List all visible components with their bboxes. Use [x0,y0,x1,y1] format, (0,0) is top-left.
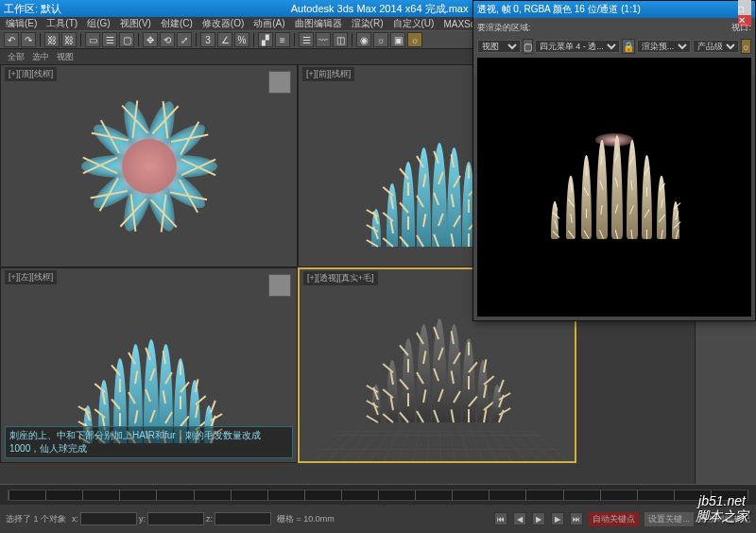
render-button-icon[interactable]: ☼ [741,39,751,54]
grid-plane [300,428,575,461]
viewport-label: [+][顶][线框] [5,67,57,81]
caption-text: 刺座的上、中和下部分别加上HAIR和fur，刺的毛发数量改成1000，仙人球完成 [5,426,293,458]
selection-status: 选择了 1 个对象 [6,513,66,525]
select-name-icon[interactable]: ☰ [102,32,117,47]
render-toolbar-1: 要渲染的区域: 视口: [473,18,755,37]
render-preset-label: 视口: [731,22,751,34]
link-icon[interactable]: ⛓ [44,32,60,47]
auto-key-button[interactable]: 自动关键点 [589,512,639,526]
menu-graph[interactable]: 曲图编辑器 [295,17,342,30]
curve-editor-icon[interactable]: 〰 [316,32,331,47]
scale-icon[interactable]: ⤢ [177,32,192,47]
select-icon[interactable]: ▭ [85,32,100,47]
menu-custom[interactable]: 自定义(U) [393,17,435,30]
render-window: 透视, 帧 0, RGBA 颜色 16 位/通道 (1:1) − □ ✕ 要渲染… [472,0,756,321]
viewcube-icon[interactable] [268,274,291,297]
menu-edit[interactable]: 编辑(E) [6,17,37,30]
render-preset-select[interactable]: 渲染预... [637,40,691,53]
timeline-track[interactable] [8,490,748,501]
move-icon[interactable]: ✥ [143,32,158,47]
menu-group[interactable]: 组(G) [87,17,110,30]
goto-end-icon[interactable]: ⏭ [570,512,583,525]
viewport-top[interactable]: [+][顶][线框] [0,64,298,267]
z-label: z: [206,514,213,524]
watermark-url: jb51.net [696,493,748,508]
render-prod-select[interactable]: 产品级 [693,40,739,53]
render-icon[interactable]: ☼ [407,32,422,47]
workspace-label: 工作区: 默认 [4,2,61,16]
x-label: x: [72,514,78,524]
menu-modifiers[interactable]: 修改器(O) [202,17,244,30]
prev-frame-icon[interactable]: ◀ [513,512,526,525]
play-icon[interactable]: ▶ [532,512,545,525]
watermark-text: 脚本之家 [696,508,748,525]
y-label: y: [139,514,146,524]
status-bar: 选择了 1 个对象 x: y: z: 栅格 = 10.0mm ⏮ ◀ ▶ ▶ ⏭… [0,505,756,533]
model-top-view [55,72,244,261]
viewport-label: [+][前][线框] [302,67,354,81]
region-icon[interactable]: ▢ [523,39,533,54]
render-frame-icon[interactable]: ▣ [390,32,405,47]
watermark: jb51.net 脚本之家 [696,493,748,525]
render-title-bar: 透视, 帧 0, RGBA 颜色 16 位/通道 (1:1) − □ ✕ [473,1,755,18]
undo-icon[interactable]: ↶ [4,32,19,47]
qa-all[interactable]: 全部 [8,51,25,63]
render-title: 透视, 帧 0, RGBA 颜色 16 位/通道 (1:1) [477,3,738,16]
render-canvas [477,58,751,317]
timeline [0,484,756,505]
viewport-label: [+][透视][真实+毛] [303,271,378,285]
next-frame-icon[interactable]: ▶ [551,512,564,525]
select-rect-icon[interactable]: ▢ [119,32,134,47]
grid-status: 栅格 = 10.0mm [277,513,335,525]
y-input[interactable] [147,512,204,525]
redo-icon[interactable]: ↷ [21,32,36,47]
render-setup-icon[interactable]: ☼ [373,32,388,47]
material-icon[interactable]: ◉ [356,32,371,47]
render-toolbar-2: 视图 ▢ 四元菜单 4 - 透... 🔒 渲染预... 产品级 ☼ [473,37,755,56]
lock-icon[interactable]: 🔒 [622,39,635,54]
menu-view[interactable]: 视图(V) [120,17,151,30]
render-area-label: 要渲染的区域: [477,22,531,34]
layers-icon[interactable]: ☰ [299,32,314,47]
unlink-icon[interactable]: ⛓ [61,32,77,47]
menu-animation[interactable]: 动画(A) [253,17,284,30]
align-icon[interactable]: ≡ [275,32,290,47]
angle-snap-icon[interactable]: ∠ [217,32,232,47]
mirror-icon[interactable]: ▞ [258,32,273,47]
menu-render[interactable]: 渲染(R) [352,17,384,30]
viewcube-icon[interactable] [268,71,291,94]
render-viewport-select[interactable]: 四元菜单 4 - 透... [535,40,620,53]
model-persp-view [362,318,513,422]
x-input[interactable] [80,512,137,525]
snap-icon[interactable]: 3 [200,32,215,47]
rotate-icon[interactable]: ⟲ [160,32,175,47]
set-key-button[interactable]: 设置关键... [644,512,694,526]
goto-start-icon[interactable]: ⏮ [494,512,507,525]
viewport-label: [+][左][线框] [5,270,57,284]
percent-snap-icon[interactable]: % [234,32,249,47]
render-area-select[interactable]: 视图 [477,40,521,53]
rendered-image [543,126,685,249]
qa-sel[interactable]: 选中 [32,51,49,63]
viewport-left[interactable]: [+][左][线框] 刺座的上、中和下部分别加上HAIR和fur，刺的毛发数量改… [0,267,298,463]
menu-create[interactable]: 创建(C) [161,17,193,30]
schematic-icon[interactable]: ◫ [333,32,348,47]
z-input[interactable] [215,512,271,525]
menu-tools[interactable]: 工具(T) [46,17,77,30]
qa-view[interactable]: 视图 [57,51,74,63]
coords: x: y: z: [72,512,271,525]
maximize-button[interactable]: □ [738,4,751,15]
